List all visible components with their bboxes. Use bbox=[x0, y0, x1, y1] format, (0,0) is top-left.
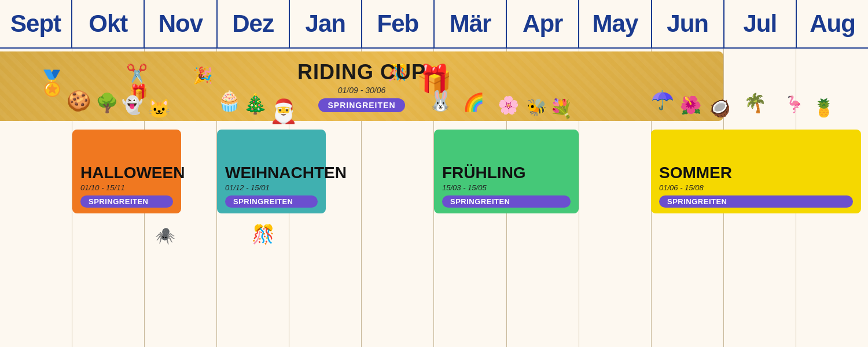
rainbow-icon: 🌈 bbox=[463, 92, 484, 112]
umbrella-icon: ☂️ bbox=[651, 89, 674, 111]
ornament-icon: 🎊 bbox=[252, 223, 275, 245]
sommer-event[interactable]: ☂️ 🌺 🥥 🌴 🦩 🍍 SOMMER 01/06 - 15/08 SPRING… bbox=[651, 130, 861, 213]
sommer-badge: SPRINGREITEN bbox=[659, 195, 853, 208]
month-apr: Apr bbox=[507, 0, 579, 47]
cherry-blossom-icon: 🌸 bbox=[498, 95, 519, 115]
tropical-icon: 🌺 bbox=[680, 95, 701, 115]
month-okt: Okt bbox=[72, 0, 145, 47]
weihnachten-title: WEIHNACHTEN bbox=[225, 164, 318, 182]
month-may: May bbox=[579, 0, 652, 47]
gingerbread2-icon: 🧁 bbox=[217, 89, 241, 112]
weihnachten-event[interactable]: 🧁 🎄 🎅 🎊 WEIHNACHTEN 01/12 - 15/01 SPRING… bbox=[217, 130, 326, 213]
month-sept: Sept bbox=[0, 0, 72, 47]
flower-icon: 💐 bbox=[550, 98, 573, 120]
month-feb: Feb bbox=[362, 0, 435, 47]
spider-icon: 🕷️ bbox=[155, 226, 175, 245]
riding-cup-title: RIDING CUP bbox=[297, 60, 426, 84]
halloween-title: HALLOWEEN bbox=[80, 164, 173, 182]
confetti-left-icon: 🎉 bbox=[193, 66, 213, 85]
month-aug: Aug bbox=[797, 0, 868, 47]
palm-tree-icon: 🌴 bbox=[744, 92, 767, 114]
fruhling-badge: SPRINGREITEN bbox=[442, 195, 571, 208]
bee-icon: 🐝 bbox=[527, 98, 547, 117]
fruhling-title: FRÜHLING bbox=[442, 164, 571, 182]
riding-cup-content: RIDING CUP 01/09 - 30/06 SPRINGREITEN bbox=[297, 60, 426, 112]
scissors-icon: ✂️ bbox=[126, 63, 148, 83]
ghost-icon: 👻 bbox=[122, 95, 143, 115]
pineapple-icon: 🍍 bbox=[813, 98, 834, 118]
halloween-dates: 01/10 - 15/11 bbox=[80, 183, 173, 192]
sommer-title: SOMMER bbox=[659, 164, 853, 182]
fruhling-dates: 15/03 - 15/05 bbox=[442, 183, 571, 192]
rabbit-icon: 🐰 bbox=[428, 89, 453, 112]
month-dez: Dez bbox=[218, 0, 290, 47]
month-mar: Mär bbox=[435, 0, 507, 47]
cat-icon: 🐱 bbox=[148, 98, 171, 120]
month-jul: Jul bbox=[724, 0, 797, 47]
riding-cup-badge: SPRINGREITEN bbox=[318, 98, 404, 112]
halloween-badge: SPRINGREITEN bbox=[80, 195, 173, 208]
fruhling-event[interactable]: 🐰 🌈 🌸 🐝 💐 FRÜHLING 15/03 - 15/05 SPRINGR… bbox=[434, 130, 579, 213]
month-jan: Jan bbox=[290, 0, 362, 47]
flamingo-icon: 🦩 bbox=[784, 95, 804, 114]
month-header: Sept Okt Nov Dez Jan Feb Mär Apr May Jun… bbox=[0, 0, 868, 49]
halloween-event[interactable]: 🍪 🌳 👻 🐱 🕷️ HALLOWEEN 01/10 - 15/11 SPRIN… bbox=[72, 130, 181, 213]
calendar-body: 🏅 ✂️ 🎁 🎉 RIDING CUP 01/09 - 30/06 SPRING… bbox=[0, 49, 868, 347]
weihnachten-dates: 01/12 - 15/01 bbox=[225, 183, 318, 192]
riding-cup-dates: 01/09 - 30/06 bbox=[338, 86, 386, 95]
sommer-dates: 01/06 - 15/08 bbox=[659, 183, 853, 192]
tree-icon: 🌳 bbox=[95, 92, 119, 114]
gingerbread-icon: 🍪 bbox=[67, 89, 91, 112]
month-nov: Nov bbox=[145, 0, 217, 47]
medal-icon: 🏅 bbox=[37, 69, 67, 97]
calendar-container: Sept Okt Nov Dez Jan Feb Mär Apr May Jun… bbox=[0, 0, 868, 347]
weihnachten-badge: SPRINGREITEN bbox=[225, 195, 318, 208]
xmas-tree-icon: 🎄 bbox=[243, 92, 267, 115]
month-jun: Jun bbox=[652, 0, 724, 47]
coconut-icon: 🥥 bbox=[709, 98, 730, 118]
santa-hat-icon: 🎅 bbox=[269, 98, 298, 125]
